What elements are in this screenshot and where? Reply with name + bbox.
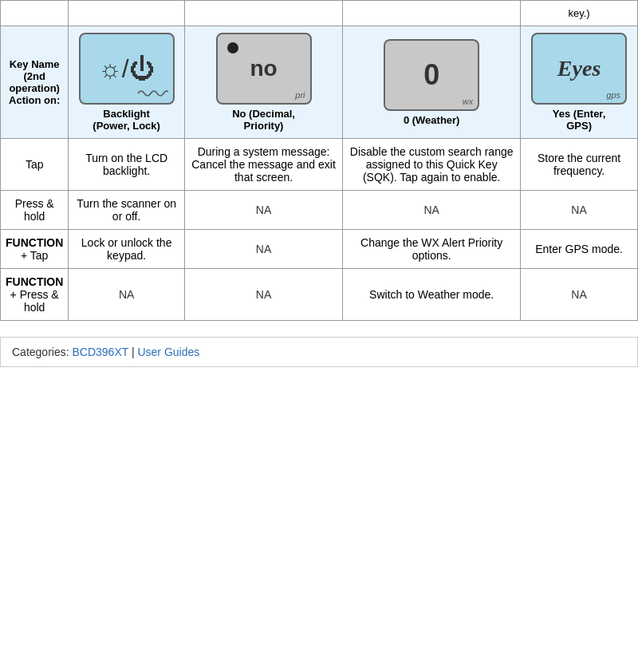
yes-key-cell: Eyes gps Yes (Enter,GPS) [521,26,638,139]
no-sub-label: pri [295,90,305,100]
partial-top-row: key.) [1,1,638,26]
yes-key-image: Eyes gps [531,33,627,105]
no-key-label: No (Decimal,Priority) [191,108,336,132]
tap-no-action: During a system message: Cancel the mess… [184,139,342,191]
yes-key-text: Eyes [557,56,601,81]
tap-row: Tap Turn on the LCD backlight. During a … [1,139,638,191]
zero-sub-label: wx [463,97,473,106]
function-press-hold-zero: Switch to Weather mode. [343,269,521,321]
partial-col2 [69,1,185,26]
zero-key-cell: 0 wx 0 (Weather) [343,26,521,139]
function-press-hold-label: FUNCTION+ Press &hold [1,269,69,321]
categories-label: Categories: [12,346,69,358]
yes-key-label: Yes (Enter,GPS) [527,108,631,132]
no-key-cell: no pri No (Decimal,Priority) [184,26,342,139]
tap-zero-action: Disable the custom search range assigned… [343,139,521,191]
partial-col5: key.) [521,1,638,26]
backlight-icon: ☼/⏻ [99,54,155,84]
user-guides-link[interactable]: User Guides [137,346,199,358]
partial-col1 [1,1,69,26]
no-key-image: no pri [216,33,312,105]
zero-key-text: 0 [423,58,439,92]
key-name-header: Key Name(2ndoperation)Action on: [1,26,69,139]
backlight-key-label: Backlight(Power, Lock) [75,108,178,132]
function-press-hold-backlight: NA [69,269,185,321]
backlight-key-image: ☼/⏻ [79,33,175,105]
categories-bar: Categories: BCD396XT | User Guides [0,337,638,367]
backlight-sub-label [136,87,168,100]
tap-yes-action: Store the current frequency. [521,139,638,191]
function-tap-zero: Change the WX Alert Priority options. [343,230,521,269]
function-tap-backlight: Lock or unlock the keypad. [69,230,185,269]
function-tap-label: FUNCTION+ Tap [1,230,69,269]
press-hold-zero: NA [343,191,521,230]
press-hold-label: Press &hold [1,191,69,230]
press-hold-yes: NA [521,191,638,230]
backlight-wavy-icon [136,87,168,98]
function-press-hold-yes: NA [521,269,638,321]
no-key-text: no [250,56,277,81]
function-tap-row: FUNCTION+ Tap Lock or unlock the keypad.… [1,230,638,269]
function-press-hold-row: FUNCTION+ Press &hold NA NA Switch to We… [1,269,638,321]
zero-key-image: 0 wx [384,39,479,111]
no-dot-icon [227,42,238,53]
key-actions-table: key.) Key Name(2ndoperation)Action on: ☼… [0,0,638,321]
press-hold-row: Press &hold Turn the scanner on or off. … [1,191,638,230]
function-tap-yes: Enter GPS mode. [521,230,638,269]
partial-col4 [343,1,521,26]
tap-action-label: Tap [1,139,69,191]
key-name-label: Key Name(2ndoperation)Action on: [9,58,60,106]
tap-backlight-action: Turn on the LCD backlight. [69,139,185,191]
header-row: Key Name(2ndoperation)Action on: ☼/⏻ Bac… [1,26,638,139]
partial-col3 [184,1,342,26]
bcd396xt-link[interactable]: BCD396XT [72,346,128,358]
function-press-hold-no: NA [184,269,342,321]
press-hold-backlight: Turn the scanner on or off. [69,191,185,230]
press-hold-no: NA [184,191,342,230]
yes-sub-label: gps [606,90,620,100]
zero-key-label: 0 (Weather) [349,114,514,126]
function-tap-no: NA [184,230,342,269]
backlight-key-cell: ☼/⏻ Backlight(Power, Lock) [69,26,185,139]
